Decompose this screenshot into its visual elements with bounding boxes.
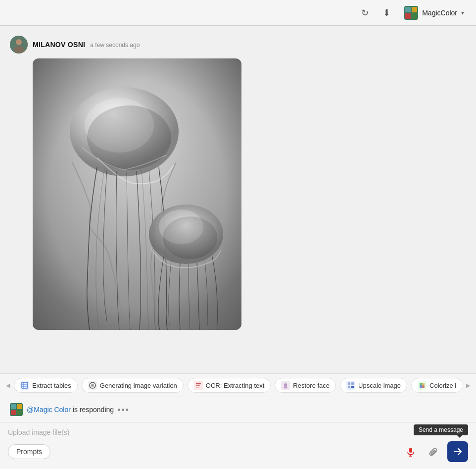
send-button[interactable] (447, 441, 468, 462)
responding-bar: @Magic Color is responding (0, 397, 476, 422)
message-timestamp: a few seconds ago (90, 42, 140, 49)
chip-extract-tables-label: Extract tables (32, 382, 71, 389)
svg-rect-16 (22, 382, 28, 388)
jellyfish-illustration (33, 58, 241, 330)
svg-point-27 (284, 383, 287, 386)
header-avatar (404, 6, 418, 20)
bot-avatar (10, 403, 23, 416)
chip-extract-tables[interactable]: Extract tables (14, 378, 78, 393)
svg-point-21 (91, 384, 94, 387)
svg-rect-41 (11, 410, 16, 415)
microphone-button[interactable] (402, 443, 420, 461)
svg-rect-37 (422, 385, 425, 388)
svg-rect-1 (405, 7, 411, 12)
responding-text: @Magic Color is responding (27, 406, 114, 414)
chip-upscale-label: Upscale image (358, 382, 401, 389)
user-menu[interactable]: MagicColor ▾ (400, 4, 468, 22)
chip-generating-label: Generating image variation (100, 382, 177, 389)
dot-2 (122, 409, 124, 411)
svg-rect-32 (351, 386, 354, 388)
chip-upscale[interactable]: Upscale image (340, 378, 407, 393)
prompts-button[interactable]: Prompts (8, 444, 50, 459)
svg-rect-24 (196, 385, 200, 386)
svg-rect-30 (351, 382, 354, 385)
input-actions (402, 441, 468, 462)
colorize-icon (418, 381, 427, 390)
chip-ocr-label: OCR: Extracting text (206, 382, 264, 389)
scroll-right-indicator: ▶ (466, 382, 470, 389)
dot-1 (118, 409, 120, 411)
upload-placeholder: Upload image file(s) (8, 427, 468, 437)
typing-dots (118, 409, 128, 411)
svg-rect-3 (405, 13, 411, 19)
gen-icon (88, 381, 97, 390)
sender-name: MILANOV OSNI (33, 41, 85, 49)
svg-rect-39 (11, 404, 16, 409)
ocr-icon (194, 381, 203, 390)
message-header: MILANOV OSNI a few seconds ago (10, 36, 466, 53)
dot-3 (126, 409, 128, 411)
svg-rect-4 (412, 13, 417, 19)
chips-scroll: Extract tables Generating image variatio… (14, 378, 462, 393)
download-button[interactable]: ⬇ (379, 5, 394, 21)
svg-rect-42 (17, 410, 22, 415)
svg-rect-40 (17, 404, 22, 409)
chevron-down-icon: ▾ (461, 9, 464, 16)
bot-name: @Magic Color (27, 406, 71, 414)
attachment-button[interactable] (425, 443, 442, 461)
svg-rect-43 (409, 448, 412, 453)
svg-point-28 (284, 386, 287, 389)
svg-rect-36 (420, 385, 422, 388)
user-avatar (10, 36, 28, 53)
refresh-button[interactable]: ↻ (357, 5, 373, 21)
header-username: MagicColor (422, 9, 457, 17)
svg-rect-31 (348, 386, 350, 388)
svg-rect-23 (196, 383, 201, 384)
input-top: Upload image file(s) Send a message (8, 427, 468, 437)
header: ↻ ⬇ MagicColor ▾ (0, 0, 476, 26)
svg-point-6 (16, 39, 22, 45)
chat-area: MILANOV OSNI a few seconds ago (0, 26, 476, 373)
chip-ocr[interactable]: OCR: Extracting text (188, 378, 271, 393)
scroll-left-indicator: ◀ (6, 382, 10, 389)
svg-rect-2 (412, 7, 417, 12)
chip-generating-variation[interactable]: Generating image variation (82, 378, 184, 393)
chip-colorize-label: Colorize i (429, 382, 456, 389)
svg-rect-35 (422, 383, 425, 385)
microphone-icon (406, 447, 416, 457)
table-icon (20, 381, 29, 390)
avatar-inner (10, 36, 28, 53)
chip-colorize[interactable]: Colorize i (411, 378, 462, 393)
face-icon (281, 381, 290, 390)
chips-bar: ◀ Extract tables Generating image variat… (0, 373, 476, 397)
upscale-icon (346, 381, 355, 390)
svg-point-15 (163, 216, 217, 259)
send-tooltip: Send a message (414, 424, 468, 435)
message-item: MILANOV OSNI a few seconds ago (0, 36, 476, 330)
paperclip-icon (428, 447, 438, 457)
svg-rect-29 (348, 382, 350, 385)
responding-status: is responding (73, 406, 114, 414)
svg-rect-25 (196, 387, 199, 388)
input-bottom: Prompts (8, 441, 468, 462)
message-meta: MILANOV OSNI a few seconds ago (33, 41, 140, 49)
svg-point-7 (14, 46, 24, 53)
send-icon (453, 447, 462, 456)
chip-restore-label: Restore face (293, 382, 330, 389)
chip-restore-face[interactable]: Restore face (275, 378, 336, 393)
input-area: Upload image file(s) Send a message Prom… (0, 422, 476, 469)
message-image (33, 58, 241, 330)
svg-rect-34 (420, 383, 422, 385)
